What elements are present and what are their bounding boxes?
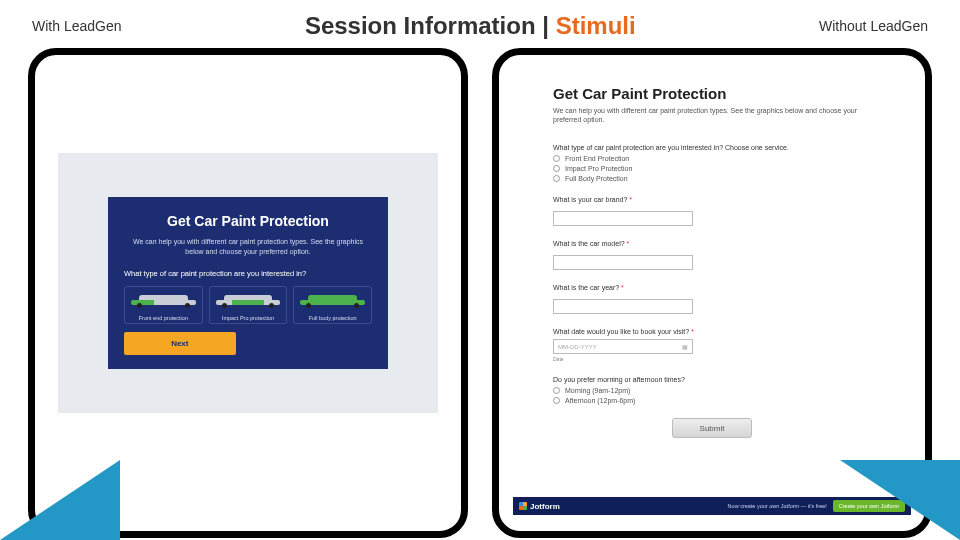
q1-label: What type of car paint protection are yo…: [553, 144, 871, 151]
radio-impact-pro[interactable]: Impact Pro Protection: [553, 165, 871, 172]
car-year-input[interactable]: [553, 299, 693, 314]
submit-button[interactable]: Submit: [672, 418, 752, 438]
q3-label: What is the car model?: [553, 240, 871, 247]
leadgen-options: Front end protection Impact Pro protecti…: [124, 286, 372, 324]
jotform-logo-icon: [519, 502, 527, 510]
decor-triangle-left: [0, 460, 120, 540]
leadgen-title: Get Car Paint Protection: [124, 213, 372, 229]
option-label: Impact Pro protection: [212, 315, 285, 321]
radio-icon: [553, 175, 560, 182]
radio-label: Full Body Protection: [565, 175, 628, 182]
radio-morning[interactable]: Morning (9am-12pm): [553, 387, 871, 394]
footer-tagline: Now create your own Jotform — it's free!: [728, 503, 827, 509]
q6-time-pref: Do you prefer morning or afternoon times…: [553, 376, 871, 404]
car-model-input[interactable]: [553, 255, 693, 270]
radio-label: Morning (9am-12pm): [565, 387, 630, 394]
radio-icon: [553, 155, 560, 162]
calendar-icon: ▦: [682, 343, 688, 350]
without-leadgen-label: Without LeadGen: [819, 18, 928, 34]
q5-visit-date: What date would you like to book your vi…: [553, 328, 871, 362]
jotform-subtitle: We can help you with different car paint…: [553, 106, 871, 124]
option-label: Front end protection: [127, 315, 200, 321]
q6-label: Do you prefer morning or afternoon times…: [553, 376, 871, 383]
car-icon: [212, 291, 285, 309]
with-leadgen-label: With LeadGen: [32, 18, 122, 34]
title-separator: |: [536, 12, 556, 39]
option-full-body[interactable]: Full body protection: [293, 286, 372, 324]
q2-label: What is your car brand?: [553, 196, 871, 203]
next-button[interactable]: Next: [124, 332, 236, 355]
leadgen-subtitle: We can help you with different car paint…: [124, 237, 372, 257]
slide-title: Session Information | Stimuli: [305, 12, 636, 40]
radio-icon: [553, 397, 560, 404]
car-icon: [296, 291, 369, 309]
radio-icon: [553, 165, 560, 172]
jotform-form: Get Car Paint Protection We can help you…: [499, 55, 925, 448]
option-impact-pro[interactable]: Impact Pro protection: [209, 286, 288, 324]
car-icon: [127, 291, 200, 309]
radio-label: Afternoon (12pm-6pm): [565, 397, 635, 404]
car-brand-input[interactable]: [553, 211, 693, 226]
jotform-logo: Jotform: [519, 502, 560, 511]
jotform-title: Get Car Paint Protection: [553, 85, 871, 102]
leadgen-card: Get Car Paint Protection We can help you…: [108, 197, 388, 369]
jotform-brand-text: Jotform: [530, 502, 560, 511]
slide-header: With LeadGen Session Information | Stimu…: [0, 0, 960, 48]
q4-car-year: What is the car year?: [553, 284, 871, 314]
radio-full-body[interactable]: Full Body Protection: [553, 175, 871, 182]
date-hint: Date: [553, 356, 871, 362]
date-input[interactable]: MM-DD-YYYY ▦: [553, 339, 693, 354]
radio-front-end[interactable]: Front End Protection: [553, 155, 871, 162]
title-accent: Stimuli: [556, 12, 636, 39]
tablet-row: Get Car Paint Protection We can help you…: [0, 48, 960, 538]
radio-icon: [553, 387, 560, 394]
q4-label: What is the car year?: [553, 284, 871, 291]
leadgen-canvas: Get Car Paint Protection We can help you…: [58, 153, 438, 413]
decor-triangle-right: [840, 460, 960, 540]
q3-car-model: What is the car model?: [553, 240, 871, 270]
radio-afternoon[interactable]: Afternoon (12pm-6pm): [553, 397, 871, 404]
option-label: Full body protection: [296, 315, 369, 321]
radio-label: Front End Protection: [565, 155, 629, 162]
title-main: Session Information: [305, 12, 536, 39]
option-front-end[interactable]: Front end protection: [124, 286, 203, 324]
leadgen-question: What type of car paint protection are yo…: [124, 269, 372, 278]
q2-car-brand: What is your car brand?: [553, 196, 871, 226]
radio-label: Impact Pro Protection: [565, 165, 632, 172]
date-placeholder: MM-DD-YYYY: [558, 344, 597, 350]
q5-label: What date would you like to book your vi…: [553, 328, 871, 335]
q1-protection-type: What type of car paint protection are yo…: [553, 144, 871, 182]
